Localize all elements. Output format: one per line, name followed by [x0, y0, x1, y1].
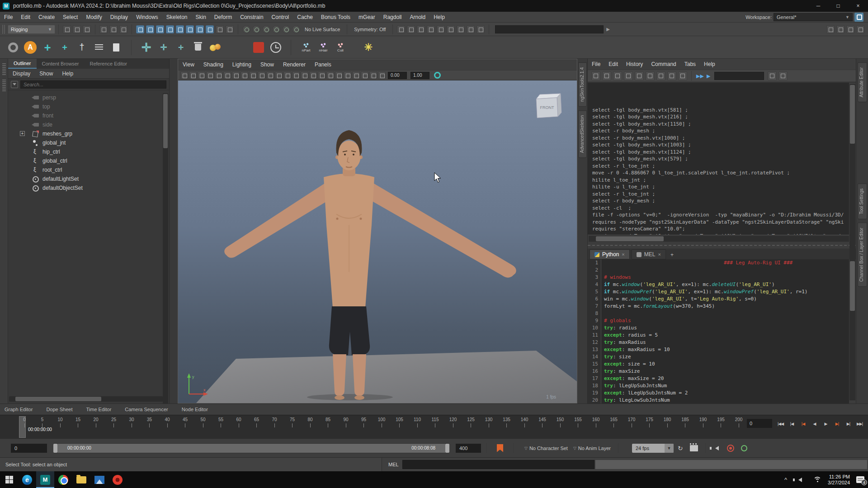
outliner-item[interactable]: global_jnt	[8, 138, 169, 147]
editor-shortcut[interactable]: Node Editor	[182, 407, 208, 412]
outliner-item[interactable]: global_ctrl	[8, 156, 169, 165]
menu-item[interactable]: Constrain	[236, 12, 267, 22]
script-editor-menu-item[interactable]: Help	[700, 61, 719, 67]
expand-toggle[interactable]: +	[20, 131, 25, 136]
menu-item[interactable]: Windows	[132, 12, 162, 22]
step-forward-key-button[interactable]: ▶|	[831, 418, 843, 429]
screen-space-ao-icon[interactable]	[344, 71, 351, 79]
textured-icon[interactable]	[318, 71, 326, 79]
close-tab-icon[interactable]: ×	[658, 252, 660, 257]
script-editor-menu-item[interactable]: History	[622, 61, 647, 67]
script-editor-menu-item[interactable]: File	[588, 61, 604, 67]
menu-item[interactable]: Help	[429, 12, 449, 22]
menu-item[interactable]: Create	[34, 12, 59, 22]
ipr-render-icon[interactable]	[407, 25, 415, 33]
save-script-icon[interactable]	[613, 71, 622, 80]
fps-dropdown[interactable]: 24 fps▼	[632, 444, 674, 453]
anim-prefs-icon[interactable]	[739, 444, 749, 453]
render-sequence-icon[interactable]	[417, 25, 425, 33]
outliner-item[interactable]: defaultLightSet	[8, 174, 169, 183]
delete-icon[interactable]	[190, 40, 206, 55]
shaded-icon[interactable]	[309, 71, 317, 79]
range-start-handle[interactable]	[53, 444, 57, 453]
advanced-skeleton-icon[interactable]: A	[23, 40, 38, 55]
snap-grid-icon[interactable]	[242, 25, 250, 33]
taskbar-maya-icon[interactable]: M	[36, 471, 54, 488]
taskbar-photos-icon[interactable]	[90, 471, 108, 488]
move-tool-icon[interactable]: ✛	[139, 40, 154, 55]
viewport-menu-item[interactable]: Show	[256, 61, 278, 68]
render-icon[interactable]	[397, 25, 405, 33]
viewport-menu-item[interactable]: Lighting	[228, 61, 256, 68]
render-settings-icon[interactable]	[427, 25, 435, 33]
tray-expand-icon[interactable]: ^	[784, 476, 787, 483]
safe-action-icon[interactable]	[283, 71, 291, 79]
close-button[interactable]: ×	[848, 0, 868, 12]
outliner-item[interactable]: side	[8, 120, 169, 129]
go-to-end-button[interactable]: ▶▶|	[854, 418, 865, 429]
list-icon[interactable]	[91, 40, 107, 55]
toggle-tool-settings-icon[interactable]	[846, 25, 854, 33]
notification-icon[interactable]: 4	[856, 476, 864, 483]
highlight-selection-icon[interactable]	[226, 25, 234, 33]
editor-shortcut[interactable]: Graph Editor	[5, 407, 33, 412]
deformations-mask-icon[interactable]	[176, 25, 184, 33]
taskbar-recorder-icon[interactable]	[108, 471, 127, 488]
outliner-horizontal-scrollbar[interactable]	[9, 396, 163, 402]
step-back-frame-button[interactable]: |◀	[786, 418, 797, 429]
show-input-icon[interactable]	[678, 71, 687, 80]
surfaces-mask-icon[interactable]	[166, 25, 174, 33]
script-search-field[interactable]	[714, 72, 764, 80]
handles-mask-icon[interactable]	[136, 25, 144, 33]
outliner-vertical-scrollbar[interactable]	[163, 93, 168, 409]
character-set-dropdown[interactable]: No Character Set	[529, 446, 568, 451]
joint-spheres-icon[interactable]	[208, 40, 223, 55]
open-script-append-icon[interactable]	[602, 71, 611, 80]
controller-cross-icon[interactable]: +	[57, 40, 72, 55]
tab-mel[interactable]: MEL ×	[632, 249, 666, 259]
save-script-as-icon[interactable]	[624, 71, 633, 80]
history-horizontal-scrollbar[interactable]	[589, 236, 849, 242]
outliner-menu-item[interactable]: Display	[8, 70, 35, 77]
xray-icon[interactable]	[369, 71, 377, 79]
nhair-icon[interactable]: nHair	[316, 40, 331, 55]
set-key-icon[interactable]	[497, 444, 503, 452]
dock-grip[interactable]	[2, 80, 6, 91]
rotate-tool-icon[interactable]: ✛	[156, 40, 171, 55]
light-editor-icon[interactable]	[437, 25, 445, 33]
workspace-lock-icon[interactable]	[854, 13, 863, 22]
script-input-pane[interactable]: 1 ### Leg Auto-Rig UI ###23# windows4if …	[588, 259, 849, 404]
outliner-item[interactable]: persp	[8, 93, 169, 102]
bookmarks-icon[interactable]	[206, 71, 214, 79]
record-icon[interactable]	[726, 444, 736, 453]
clock-icon[interactable]	[268, 40, 283, 55]
workspace-dropdown[interactable]: General*▼	[774, 13, 853, 21]
tray-clock[interactable]: 11:26 PM 3/27/2024	[828, 474, 850, 486]
menu-item[interactable]: Select	[59, 12, 82, 22]
select-object-icon[interactable]	[109, 25, 118, 33]
node-editor-icon[interactable]	[476, 25, 485, 33]
range-end-handle[interactable]	[445, 444, 449, 453]
search-icon[interactable]	[768, 71, 777, 80]
menu-item[interactable]: File	[0, 12, 17, 22]
toggle-attribute-editor-icon[interactable]	[836, 25, 844, 33]
hypershade-icon[interactable]	[467, 25, 475, 33]
menu-item[interactable]: Display	[106, 12, 132, 22]
snap-points-icon[interactable]	[262, 25, 270, 33]
toggle-modeling-toolkit-icon[interactable]	[826, 25, 835, 33]
viewport-menu-item[interactable]: Shading	[199, 61, 228, 68]
open-scene-icon[interactable]	[73, 25, 81, 33]
image-plane-icon[interactable]	[215, 71, 222, 79]
select-component-icon[interactable]	[119, 25, 127, 33]
new-scene-icon[interactable]	[63, 25, 71, 33]
menu-item[interactable]: Modify	[82, 12, 106, 22]
mel-command-input[interactable]	[402, 460, 594, 469]
page-icon[interactable]	[108, 40, 124, 55]
editor-shortcut[interactable]: Dope Sheet	[46, 407, 72, 412]
isolate-select-icon[interactable]	[378, 71, 386, 79]
show-history-icon[interactable]	[667, 71, 676, 80]
paint-effects-icon[interactable]	[457, 25, 465, 33]
select-camera-icon[interactable]	[180, 71, 188, 79]
multisample-aa-icon[interactable]	[361, 71, 368, 79]
make-live-icon[interactable]	[292, 25, 300, 33]
